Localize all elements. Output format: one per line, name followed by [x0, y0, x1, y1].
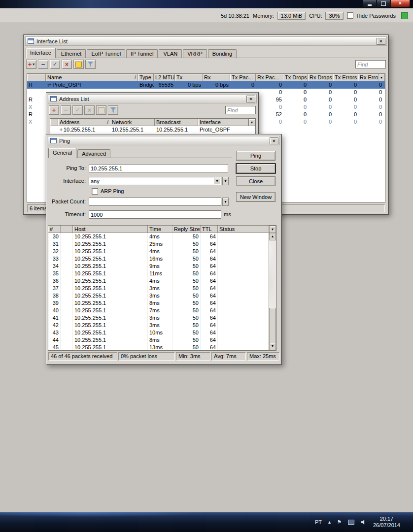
column-header-name[interactable]: Name/	[46, 74, 138, 81]
column-header-broadcast[interactable]: Broadcast	[155, 119, 198, 126]
scroll-up-button[interactable]: ▴	[269, 233, 276, 240]
table-row[interactable]: 30 10.255.255.1 4ms 50 64	[48, 233, 276, 240]
taskbar[interactable]: PT ▴ ⚑ 20:17 26/07/2014	[0, 512, 413, 532]
interface-expand-button[interactable]: ▾	[222, 177, 229, 185]
stop-button[interactable]: Stop	[236, 164, 275, 173]
table-row[interactable]: 39 10.255.255.1 8ms 50 64	[48, 299, 276, 307]
column-header-status[interactable]: Status	[218, 226, 269, 233]
column-header-type[interactable]: Type	[138, 74, 154, 81]
action-center-icon[interactable]: ⚑	[337, 520, 342, 525]
table-row[interactable]: 32 10.255.255.1 4ms 50 64	[48, 248, 276, 255]
chevron-down-icon[interactable]: ▾	[214, 178, 220, 184]
column-header-tx-drops[interactable]: Tx Drops	[283, 74, 308, 81]
column-header-flags[interactable]	[27, 74, 46, 81]
ping-to-input[interactable]	[89, 164, 228, 172]
tab[interactable]: VLAN	[159, 49, 182, 58]
disable-button[interactable]: ×	[62, 60, 72, 69]
column-header-network[interactable]: Network	[110, 119, 155, 126]
column-header-host[interactable]: Host	[73, 226, 148, 233]
column-header-blank[interactable]	[61, 226, 73, 233]
close-button[interactable]: Close	[236, 176, 275, 186]
clock[interactable]: 20:17 26/07/2014	[373, 516, 400, 529]
tab[interactable]: Ethernet	[57, 49, 86, 58]
column-header-l2mtu[interactable]: L2 MTU	[154, 74, 175, 81]
column-header-rx-drops[interactable]: Rx Drops	[308, 74, 333, 81]
close-button[interactable]: ×	[390, 0, 410, 7]
tab[interactable]: VRRP	[183, 49, 207, 58]
maximize-button[interactable]	[377, 0, 390, 7]
close-window-button[interactable]: ×	[377, 38, 385, 45]
tab[interactable]: Advanced	[77, 149, 110, 158]
remove-button[interactable]: −	[61, 105, 71, 115]
ping-titlebar[interactable]: Ping ×	[48, 136, 280, 145]
column-select-button[interactable]: ▾	[248, 119, 255, 126]
volume-icon[interactable]	[361, 520, 367, 525]
table-row[interactable]: 42 10.255.255.1 3ms 50 64	[48, 322, 276, 329]
column-header-tx-packet[interactable]: Tx Pac...	[230, 74, 256, 81]
memory-button[interactable]: 13.0 MiB	[277, 12, 306, 20]
tab[interactable]: General	[48, 148, 76, 158]
table-row[interactable]: +10.255.255.1 10.255.255.1 10.255.255.1 …	[50, 126, 255, 133]
find-input[interactable]	[225, 106, 256, 114]
packet-count-dropdown-button[interactable]: ▾	[222, 198, 229, 206]
tab[interactable]: IP Tunnel	[126, 49, 158, 58]
add-button[interactable]: +	[49, 105, 59, 115]
find-input[interactable]	[355, 60, 386, 68]
cpu-button[interactable]: 30%	[325, 12, 343, 20]
comment-button[interactable]	[96, 105, 106, 115]
table-row[interactable]: 40 10.255.255.1 7ms 50 64	[48, 307, 276, 314]
hide-passwords-checkbox[interactable]	[347, 12, 353, 19]
arp-ping-checkbox[interactable]	[92, 188, 98, 195]
new-window-button[interactable]: New Window	[236, 192, 275, 202]
table-row[interactable]: 33 10.255.255.1 16ms 50 64	[48, 255, 276, 263]
tab[interactable]: Bonding	[208, 49, 237, 58]
close-window-button[interactable]: ×	[246, 96, 255, 102]
add-button[interactable]: +▾	[26, 60, 36, 69]
packet-count-input[interactable]	[89, 198, 221, 206]
column-header-tx-errors[interactable]: Tx Errors	[333, 74, 358, 81]
minimize-button[interactable]	[363, 0, 377, 7]
table-row[interactable]: 34 10.255.255.1 9ms 50 64	[48, 263, 276, 270]
scroll-down-button[interactable]: ▾	[269, 343, 276, 350]
network-icon[interactable]	[348, 520, 354, 525]
remove-button[interactable]: −	[38, 60, 48, 69]
table-row[interactable]: 44 10.255.255.1 8ms 50 64	[48, 336, 276, 344]
table-row[interactable]: 41 10.255.255.1 3ms 50 64	[48, 314, 276, 322]
table-row[interactable]: 37 10.255.255.1 3ms 50 64	[48, 285, 276, 292]
tab[interactable]: Interface	[26, 48, 56, 58]
table-row[interactable]: 35 10.255.255.1 11ms 50 64	[48, 270, 276, 277]
table-row[interactable]: 45 10.255.255.1 13ms 50 64	[48, 344, 276, 351]
table-row[interactable]: 38 10.255.255.1 3ms 50 64	[48, 292, 276, 299]
table-row[interactable]: 31 10.255.255.1 25ms 50 64	[48, 240, 276, 248]
tray-expand-icon[interactable]: ▴	[328, 520, 331, 525]
column-select-button[interactable]: ▾	[378, 74, 385, 81]
column-header-tx[interactable]: Tx	[175, 74, 203, 81]
column-header-interface[interactable]: Interface	[198, 119, 248, 126]
table-row[interactable]: 43 10.255.255.1 10ms 50 64	[48, 329, 276, 336]
filter-button[interactable]	[108, 105, 118, 115]
interface-select[interactable]: any ▾	[89, 177, 221, 185]
ping-button[interactable]: Ping	[236, 151, 275, 161]
column-header-ttl[interactable]: TTL	[201, 226, 218, 233]
column-header-rx-packet[interactable]: Rx Pac...	[256, 74, 283, 81]
close-window-button[interactable]: ×	[270, 137, 278, 144]
scrollbar[interactable]: ▴ ▾	[269, 233, 276, 350]
interface-list-titlebar[interactable]: Interface List ×	[25, 36, 387, 46]
column-header-rx[interactable]: Rx	[203, 74, 230, 81]
tab[interactable]: EoIP Tunnel	[87, 49, 125, 58]
enable-button[interactable]: ✓	[72, 105, 83, 115]
column-header-time[interactable]: Time	[148, 226, 172, 233]
filter-button[interactable]	[85, 60, 96, 69]
column-header-flags[interactable]	[50, 119, 58, 126]
language-indicator[interactable]: PT	[315, 519, 322, 525]
comment-button[interactable]	[73, 60, 84, 69]
scrollbar-thumb[interactable]	[269, 308, 276, 344]
column-header-num[interactable]: #	[48, 226, 61, 233]
window-titlebar[interactable]: ×	[0, 0, 413, 8]
address-list-titlebar[interactable]: Address List ×	[48, 94, 257, 103]
table-row[interactable]: 36 10.255.255.1 4ms 50 64	[48, 277, 276, 285]
enable-button[interactable]: ✓	[50, 60, 60, 69]
column-header-address[interactable]: Address/	[58, 119, 110, 126]
column-header-reply-size[interactable]: Reply Size	[172, 226, 201, 233]
disable-button[interactable]: ×	[84, 105, 95, 115]
